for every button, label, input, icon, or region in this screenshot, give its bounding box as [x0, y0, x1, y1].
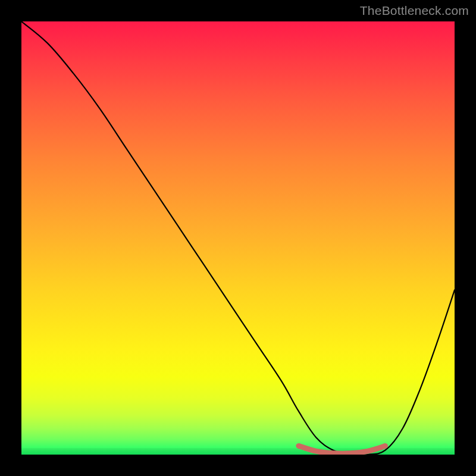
chart-frame: TheBottleneck.com [0, 0, 476, 476]
optimal-band-line [299, 446, 386, 453]
chart-svg [21, 21, 455, 455]
bottleneck-curve-line [21, 21, 455, 455]
watermark-text: TheBottleneck.com [360, 4, 469, 18]
plot-area [21, 21, 455, 455]
